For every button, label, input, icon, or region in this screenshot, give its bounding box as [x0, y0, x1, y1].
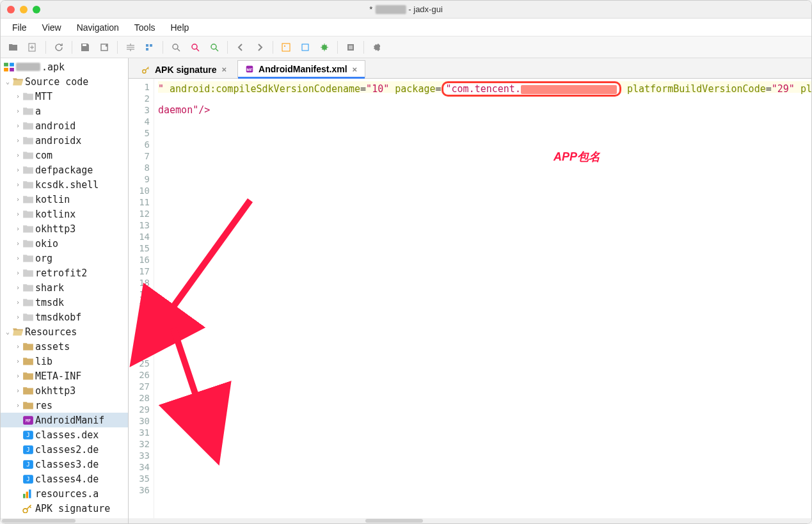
tree-package-tmsdkobf[interactable]: ›tmsdkobf	[1, 310, 128, 324]
tree-file-resources-arsc[interactable]: resources.a	[1, 486, 128, 501]
tree-label: android	[35, 120, 76, 132]
tree-folder-lib[interactable]: ›lib	[1, 354, 128, 369]
tree-caret[interactable]: ›	[13, 314, 22, 321]
tree-package-android[interactable]: ›android	[1, 118, 128, 133]
project-tree-panel[interactable]: .apk⌄Source code›MTT›a›android›androidx›…	[1, 58, 129, 523]
folder-icon	[22, 356, 34, 367]
svg-point-5	[173, 44, 178, 49]
tab-android-manifest[interactable]: MF AndroidManifest.xml ×	[237, 60, 365, 78]
tree-package-defpackage[interactable]: ›defpackage	[1, 163, 128, 177]
tree-caret[interactable]: ›	[13, 402, 22, 409]
tree-package-tmsdk[interactable]: ›tmsdk	[1, 295, 128, 310]
menu-tools[interactable]: Tools	[128, 20, 162, 35]
sidebar-scrollbar[interactable]	[1, 518, 128, 523]
add-files-button[interactable]	[24, 38, 42, 56]
reload-button[interactable]	[50, 38, 68, 56]
deobfuscate-button[interactable]	[296, 38, 314, 56]
tree-caret[interactable]: ›	[13, 137, 22, 144]
code-editor[interactable]: 1234567891011121314151617181920212223242…	[129, 79, 811, 523]
tree-caret[interactable]: ›	[13, 343, 22, 350]
editor-scrollbar-h[interactable]	[129, 518, 811, 523]
tree-root[interactable]: .apk	[1, 60, 128, 74]
package-icon	[22, 91, 34, 102]
tree-caret[interactable]: ›	[13, 269, 22, 276]
back-button[interactable]	[232, 38, 250, 56]
svg-rect-28	[26, 491, 28, 498]
flatten-button[interactable]	[141, 38, 159, 56]
tree-package-androidx[interactable]: ›androidx	[1, 133, 128, 148]
tree-file-AndroidManifest[interactable]: MFAndroidManif	[1, 413, 128, 427]
search-class-button[interactable]	[186, 38, 204, 56]
redacted-apk-name	[16, 63, 40, 71]
open-file-button[interactable]	[4, 38, 22, 56]
tree-package-okhttp3[interactable]: ›okhttp3	[1, 221, 128, 236]
code-content[interactable]: " android:compileSdkVersionCodename="10"…	[154, 79, 811, 523]
tree-caret[interactable]: ›	[13, 152, 22, 159]
tree-package-MTT[interactable]: ›MTT	[1, 89, 128, 104]
tree-folder-META-INF[interactable]: ›META-INF	[1, 369, 128, 383]
tree-file-classes3-dex[interactable]: Jclasses3.de	[1, 457, 128, 472]
tree-folder-assets[interactable]: ›assets	[1, 339, 128, 354]
debug-button[interactable]	[315, 38, 333, 56]
redacted-package-suffix	[521, 85, 617, 94]
maximize-window-button[interactable]	[33, 6, 40, 13]
tree-caret[interactable]: ⌄	[3, 328, 12, 335]
tree-file-classes-dex[interactable]: Jclasses.dex	[1, 427, 128, 442]
tree-package-kotlin[interactable]: ›kotlin	[1, 192, 128, 207]
tree-caret[interactable]: ›	[13, 181, 22, 188]
export-button[interactable]	[95, 38, 113, 56]
save-button[interactable]	[76, 38, 94, 56]
tree-caret[interactable]: ›	[13, 166, 22, 173]
tree-caret[interactable]: ›	[13, 299, 22, 306]
tree-file-classes2-dex[interactable]: Jclasses2.de	[1, 442, 128, 457]
log-button[interactable]	[342, 38, 360, 56]
tree-package-okio[interactable]: ›okio	[1, 236, 128, 251]
tree-source-code[interactable]: ⌄Source code	[1, 74, 128, 89]
menu-view[interactable]: View	[36, 20, 68, 35]
sync-button[interactable]	[122, 38, 139, 56]
tree-package-shark[interactable]: ›shark	[1, 280, 128, 295]
tree-caret[interactable]: ›	[13, 122, 22, 129]
tree-package-kotlinx[interactable]: ›kotlinx	[1, 207, 128, 221]
tree-package-org[interactable]: ›org	[1, 251, 128, 266]
tree-caret[interactable]: ›	[13, 255, 22, 262]
menu-navigation[interactable]: Navigation	[70, 20, 125, 35]
tree-package-retrofit2[interactable]: ›retrofit2	[1, 266, 128, 280]
tree-label: kotlinx	[35, 209, 76, 220]
close-window-button[interactable]	[7, 6, 15, 13]
tab-apk-signature[interactable]: APK signature ×	[134, 60, 235, 78]
tree-caret[interactable]: ›	[13, 210, 22, 218]
menu-help[interactable]: Help	[164, 20, 196, 35]
tree-caret[interactable]: ›	[13, 372, 22, 379]
forward-button[interactable]	[251, 38, 269, 56]
tree-caret[interactable]: ⌄	[3, 78, 12, 85]
tree-package-kcsdk.shell[interactable]: ›kcsdk.shell	[1, 177, 128, 192]
search-text-button[interactable]	[205, 38, 223, 56]
tree-package-a[interactable]: ›a	[1, 104, 128, 118]
tree-caret[interactable]: ›	[13, 387, 22, 394]
tree-folder-okhttp3[interactable]: ›okhttp3	[1, 383, 128, 398]
tree-caret[interactable]: ›	[13, 107, 22, 115]
tree-caret[interactable]: ›	[13, 240, 22, 247]
tree-caret[interactable]: ›	[13, 284, 22, 291]
tab-close-button[interactable]: ×	[351, 65, 359, 74]
menu-file[interactable]: File	[6, 20, 33, 35]
tab-label: APK signature	[155, 65, 216, 75]
settings-button[interactable]	[368, 38, 386, 56]
tree-file-APK signature[interactable]: APK signature	[1, 501, 128, 516]
tree-folder-res[interactable]: ›res	[1, 398, 128, 413]
tree-file-classes4-dex[interactable]: Jclasses4.de	[1, 472, 128, 486]
tree-caret[interactable]: ›	[13, 225, 22, 232]
tree-label: tmsdkobf	[35, 312, 81, 323]
tree-caret[interactable]: ›	[13, 93, 22, 100]
tree-caret[interactable]: ›	[13, 196, 22, 203]
toolbar	[1, 36, 811, 58]
tab-close-button[interactable]: ×	[220, 65, 228, 74]
minimize-window-button[interactable]	[20, 6, 28, 13]
tree-caret[interactable]: ›	[13, 358, 22, 365]
tree-package-com[interactable]: ›com	[1, 148, 128, 163]
search-button[interactable]	[167, 38, 185, 56]
quark-button[interactable]	[277, 38, 295, 56]
editor-tabs: APK signature × MF AndroidManifest.xml ×	[129, 58, 811, 79]
tree-resources[interactable]: ⌄Resources	[1, 324, 128, 339]
